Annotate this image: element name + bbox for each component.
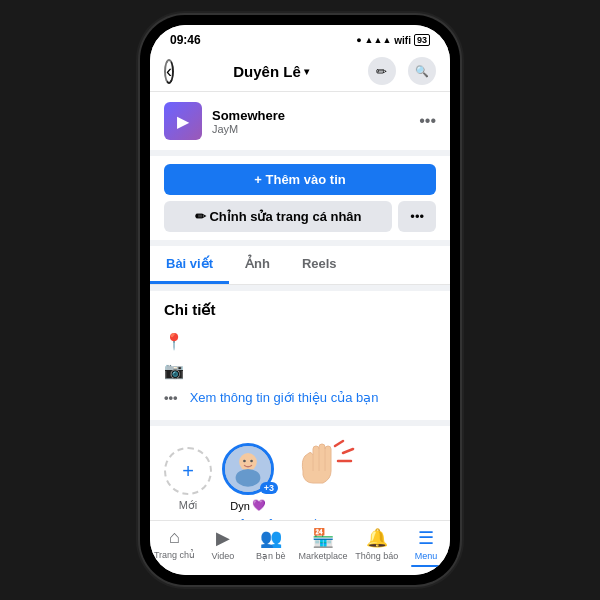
music-card: ▶ Somewhere JayM ••• bbox=[150, 92, 450, 150]
svg-point-4 bbox=[250, 460, 253, 463]
music-text: Somewhere JayM bbox=[212, 108, 285, 135]
story-count-badge: +3 bbox=[260, 482, 278, 494]
new-story-button[interactable]: + bbox=[164, 447, 212, 495]
heart-emoji: 💜 bbox=[252, 499, 266, 512]
music-info: ▶ Somewhere JayM bbox=[164, 102, 285, 140]
svg-line-5 bbox=[335, 441, 343, 446]
new-story-item[interactable]: + Mới bbox=[164, 447, 212, 512]
profile-name-header: Duyên Lê ▾ bbox=[233, 63, 309, 80]
nav-item-marketplace[interactable]: 🏪 Marketplace bbox=[298, 527, 347, 567]
story-name: Dyn 💜 bbox=[230, 499, 266, 512]
marketplace-label: Marketplace bbox=[298, 551, 347, 561]
status-icons: ● ▲▲▲ wifi 93 bbox=[356, 34, 430, 46]
svg-point-2 bbox=[236, 469, 261, 487]
notifications-label: Thông báo bbox=[355, 551, 398, 561]
stories-row: + Mới bbox=[164, 436, 436, 512]
edit-profile-button[interactable]: ✏ Chỉnh sửa trang cá nhân bbox=[164, 201, 392, 232]
home-label: Trang chủ bbox=[154, 550, 195, 560]
svg-point-3 bbox=[243, 460, 246, 463]
new-story-label: Mới bbox=[179, 499, 198, 512]
music-title: Somewhere bbox=[212, 108, 285, 123]
svg-line-6 bbox=[343, 449, 353, 453]
details-title: Chi tiết bbox=[164, 301, 436, 319]
nav-item-notifications[interactable]: 🔔 Thông báo bbox=[355, 527, 398, 567]
location-icon: ● bbox=[356, 35, 361, 45]
menu-label: Menu bbox=[415, 551, 438, 561]
tab-bai-viet[interactable]: Bài viết bbox=[150, 246, 229, 284]
status-bar: 09:46 ● ▲▲▲ wifi 93 bbox=[150, 25, 450, 51]
instagram-icon: 📷 bbox=[164, 361, 184, 380]
music-artist: JayM bbox=[212, 123, 285, 135]
signal-icon: ▲▲▲ bbox=[365, 35, 392, 45]
profile-content[interactable]: ▶ Somewhere JayM ••• + Thêm vào tin ✏ Ch… bbox=[150, 92, 450, 520]
bottom-navigation: ⌂ Trang chủ ▶ Video 👥 Bạn bè 🏪 Marketpla… bbox=[150, 520, 450, 575]
add-to-story-button[interactable]: + Thêm vào tin bbox=[164, 164, 436, 195]
more-options-button[interactable]: ••• bbox=[398, 201, 436, 232]
stories-section: + Mới bbox=[150, 426, 450, 520]
cursor-illustration bbox=[288, 436, 358, 496]
nav-item-menu[interactable]: ☰ Menu bbox=[406, 527, 446, 567]
location-icon: 📍 bbox=[164, 332, 184, 351]
search-icon: 🔍 bbox=[415, 65, 429, 78]
video-label: Video bbox=[211, 551, 234, 561]
menu-icon: ☰ bbox=[418, 527, 434, 549]
profile-tabs-section: Bài viết Ảnh Reels bbox=[150, 246, 450, 285]
back-button[interactable]: ‹ bbox=[164, 59, 174, 84]
nav-item-video[interactable]: ▶ Video bbox=[203, 527, 243, 567]
music-more-button[interactable]: ••• bbox=[419, 112, 436, 130]
tab-anh[interactable]: Ảnh bbox=[229, 246, 286, 284]
play-icon: ▶ bbox=[177, 112, 189, 131]
marketplace-icon: 🏪 bbox=[312, 527, 334, 549]
chevron-down-icon: ▾ bbox=[304, 66, 309, 77]
svg-point-1 bbox=[239, 453, 257, 471]
music-thumbnail: ▶ bbox=[164, 102, 202, 140]
battery-icon: 93 bbox=[414, 34, 430, 46]
friends-icon: 👥 bbox=[260, 527, 282, 549]
details-section: Chi tiết 📍 📷 ••• Xem thông tin giới thiệ… bbox=[150, 291, 450, 420]
location-row: 📍 bbox=[164, 327, 436, 356]
status-time: 09:46 bbox=[170, 33, 201, 47]
action-buttons: + Thêm vào tin ✏ Chỉnh sửa trang cá nhân… bbox=[150, 156, 450, 240]
search-icon-button[interactable]: 🔍 bbox=[408, 57, 436, 85]
nav-item-home[interactable]: ⌂ Trang chủ bbox=[154, 527, 195, 567]
wifi-icon: wifi bbox=[394, 35, 411, 46]
dyn-story-item[interactable]: +3 Dyn 💜 bbox=[222, 443, 274, 512]
home-icon: ⌂ bbox=[169, 527, 180, 548]
header-action-icons: ✏ 🔍 bbox=[368, 57, 436, 85]
edit-icon-button[interactable]: ✏ bbox=[368, 57, 396, 85]
phone-screen: 09:46 ● ▲▲▲ wifi 93 ‹ Duyên Lê ▾ ✏ bbox=[150, 25, 450, 575]
secondary-actions-row: ✏ Chỉnh sửa trang cá nhân ••• bbox=[164, 201, 436, 232]
phone-frame: 09:46 ● ▲▲▲ wifi 93 ‹ Duyên Lê ▾ ✏ bbox=[140, 15, 460, 585]
dots-icon: ••• bbox=[164, 390, 178, 405]
nav-item-friends[interactable]: 👥 Bạn bè bbox=[251, 527, 291, 567]
tab-reels[interactable]: Reels bbox=[286, 246, 353, 284]
friends-nav-label: Bạn bè bbox=[256, 551, 286, 561]
profile-tabs: Bài viết Ảnh Reels bbox=[150, 246, 450, 285]
notifications-icon: 🔔 bbox=[366, 527, 388, 549]
view-intro-link[interactable]: Xem thông tin giới thiệu của bạn bbox=[190, 390, 379, 405]
edit-icon: ✏ bbox=[376, 64, 387, 79]
active-tab-indicator bbox=[411, 565, 441, 567]
info-row: ••• Xem thông tin giới thiệu của bạn bbox=[164, 385, 436, 410]
instagram-row: 📷 bbox=[164, 356, 436, 385]
nav-header: ‹ Duyên Lê ▾ ✏ 🔍 bbox=[150, 51, 450, 92]
video-icon: ▶ bbox=[216, 527, 230, 549]
